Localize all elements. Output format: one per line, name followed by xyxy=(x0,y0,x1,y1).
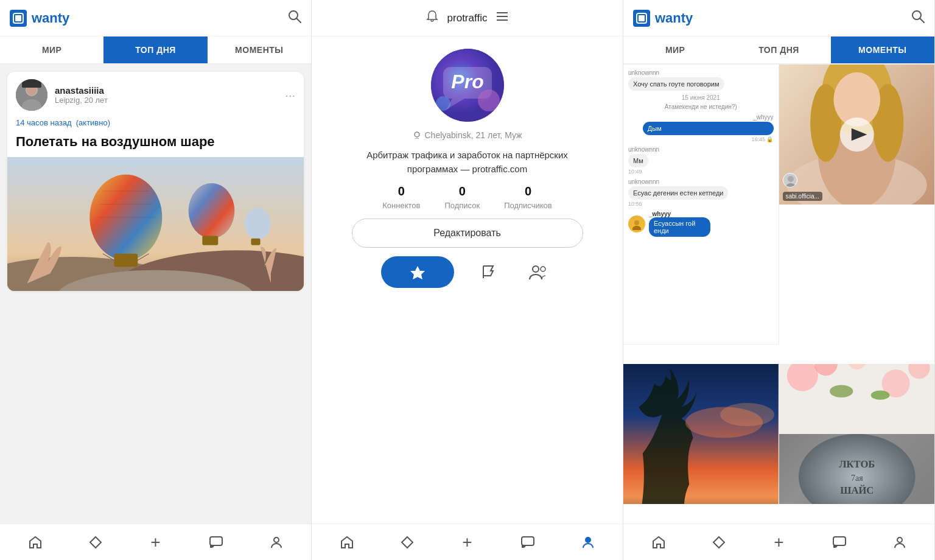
svg-point-39 xyxy=(541,267,545,271)
post-more-button[interactable]: ··· xyxy=(285,88,295,102)
post-location: Leipzig, 20 лет xyxy=(55,96,278,105)
svg-text:ШАЙС: ШАЙС xyxy=(840,485,874,496)
stat-following: 0 Подписок xyxy=(444,184,480,210)
svg-point-34 xyxy=(478,89,500,111)
moment-stone[interactable]: ЛКТОБ 7ая ШАЙС xyxy=(779,364,935,504)
svg-point-47 xyxy=(634,220,639,225)
stat-following-value: 0 xyxy=(459,184,466,198)
svg-line-3 xyxy=(296,18,301,23)
left-nav-home[interactable] xyxy=(23,530,47,555)
left-nav-chat[interactable] xyxy=(204,530,228,555)
right-nav-home[interactable] xyxy=(646,530,671,555)
bell-icon[interactable] xyxy=(425,10,439,26)
svg-marker-24 xyxy=(90,537,101,548)
right-header: wanty xyxy=(623,0,934,37)
profile-bio: Арбитраж трафика и заработок на партнёрс… xyxy=(364,149,571,176)
tab-top-left[interactable]: ТОП ДНЯ xyxy=(103,37,207,63)
svg-rect-41 xyxy=(522,537,534,545)
stat-followers-value: 0 xyxy=(525,184,531,198)
left-panel: wanty МИР ТОП ДНЯ МОМЕНТЫ xyxy=(0,0,312,560)
svg-text:7ая: 7ая xyxy=(850,473,863,483)
left-nav-profile[interactable] xyxy=(264,530,289,555)
chat-msg-5: unknownnn Есуас дегенин естен кетпеди 10… xyxy=(628,178,774,207)
edit-profile-button[interactable]: Редактировать xyxy=(352,219,583,248)
svg-point-77 xyxy=(897,537,902,542)
profile-username: protraffic xyxy=(447,12,488,24)
right-search-button[interactable] xyxy=(911,10,925,27)
tab-world-right[interactable]: МИР xyxy=(623,37,727,63)
mid-nav-profile[interactable] xyxy=(576,530,600,555)
right-logo-text: wanty xyxy=(655,10,693,26)
right-logo[interactable]: wanty xyxy=(633,10,693,27)
profile-actions xyxy=(321,256,613,288)
svg-rect-21 xyxy=(202,236,218,245)
svg-rect-44 xyxy=(639,15,645,21)
tab-world-left[interactable]: МИР xyxy=(0,37,103,63)
svg-point-35 xyxy=(436,96,450,111)
svg-rect-8 xyxy=(22,79,41,88)
svg-marker-37 xyxy=(410,266,425,279)
flag-button[interactable] xyxy=(472,256,504,288)
post-title: Полетать на воздушном шаре xyxy=(7,131,304,157)
profile-location: Chelyabinsk, 21 лет, Муж xyxy=(413,130,522,140)
left-nav-tabs: МИР ТОП ДНЯ МОМЕНТЫ xyxy=(0,37,311,65)
left-logo[interactable]: wanty xyxy=(10,10,69,27)
wanty-logo-icon xyxy=(10,10,27,27)
mid-nav-diamond[interactable] xyxy=(395,530,419,555)
post-time: 14 часов назад xyxy=(16,118,72,127)
chat-msg-3: _whyyy Дым 16:45 🔒 xyxy=(628,114,774,142)
chat-msg-1: unknownnn Хочу спать гоуте поговорим xyxy=(628,69,774,91)
post-status: (активно) xyxy=(76,118,110,127)
mid-nav-chat[interactable] xyxy=(516,530,540,555)
svg-marker-40 xyxy=(402,537,413,548)
svg-rect-23 xyxy=(251,238,260,245)
chat-date: 15 июня 2021 xyxy=(628,94,774,101)
svg-point-70 xyxy=(870,390,889,399)
mid-nav-add[interactable]: + xyxy=(455,530,480,555)
menu-icon[interactable] xyxy=(496,10,509,26)
svg-point-69 xyxy=(830,385,853,397)
stat-connects-label: Коннектов xyxy=(382,201,420,210)
right-nav-chat[interactable] xyxy=(827,530,852,555)
middle-bottom-nav: + xyxy=(312,523,623,560)
svg-point-42 xyxy=(586,537,590,542)
chat-msg-4: unknownnn Мм 10:49 xyxy=(628,146,774,175)
post-meta: 14 часов назад (активно) xyxy=(7,118,304,131)
middle-header-content: protraffic xyxy=(425,10,510,26)
svg-point-62 xyxy=(720,403,774,426)
post-header: anastasiiiia Leipzig, 20 лет ··· xyxy=(7,72,304,118)
right-nav-tabs: МИР ТОП ДНЯ МОМЕНТЫ xyxy=(623,37,934,65)
tab-moments-right[interactable]: МОМЕНТЫ xyxy=(831,37,934,63)
left-bottom-nav: + xyxy=(0,523,311,560)
svg-point-58 xyxy=(788,176,794,182)
chat-msg-2: Атамекенди не истедин?) xyxy=(628,103,774,110)
middle-header: protraffic xyxy=(312,0,623,37)
svg-rect-1 xyxy=(15,15,21,21)
tab-top-right[interactable]: ТОП ДНЯ xyxy=(727,37,830,63)
svg-point-20 xyxy=(189,183,235,238)
svg-rect-17 xyxy=(114,253,138,267)
moment-sky[interactable] xyxy=(623,364,779,504)
right-nav-diamond[interactable] xyxy=(707,530,731,555)
svg-line-46 xyxy=(920,18,924,23)
post-card: anastasiiiia Leipzig, 20 лет ··· 14 часо… xyxy=(7,72,304,291)
svg-point-48 xyxy=(632,226,641,230)
boost-button[interactable] xyxy=(381,256,454,288)
moment-avatar xyxy=(783,173,797,187)
right-wanty-logo-icon xyxy=(633,10,650,27)
svg-rect-76 xyxy=(833,537,846,545)
left-nav-diamond[interactable] xyxy=(83,530,108,555)
right-nav-add[interactable]: + xyxy=(767,530,791,555)
svg-point-22 xyxy=(245,208,271,240)
left-nav-add[interactable]: + xyxy=(144,530,168,555)
left-search-button[interactable] xyxy=(288,10,301,27)
mid-nav-home[interactable] xyxy=(335,530,359,555)
stat-connects-value: 0 xyxy=(398,184,405,198)
tab-moments-left[interactable]: МОМЕНТЫ xyxy=(208,37,311,63)
right-bottom-nav: + xyxy=(623,523,934,560)
friends-button[interactable] xyxy=(522,256,554,288)
svg-text:Pro: Pro xyxy=(451,71,483,93)
moment-girl[interactable]: sabi.officia... xyxy=(779,65,935,205)
profile-avatar: Pro xyxy=(431,49,504,122)
right-nav-profile[interactable] xyxy=(888,530,912,555)
